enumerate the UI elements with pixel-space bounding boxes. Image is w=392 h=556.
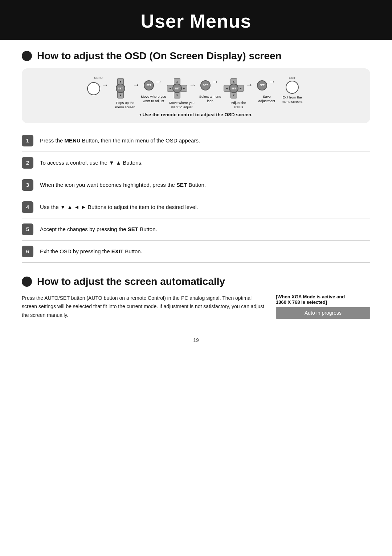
step-4-number: 4 bbox=[22, 201, 33, 213]
step-4: 4 Use the ▼ ▲ ◄ ► Buttons to adjust the … bbox=[22, 196, 370, 218]
section1-bullet bbox=[22, 51, 32, 61]
dpad2-label: Move where you want to adjust bbox=[169, 101, 195, 110]
step-3-text: When the icon you want becomes highlight… bbox=[40, 179, 206, 189]
set3-item: SET → Save adjustment bbox=[254, 76, 279, 104]
step-2-text: To access a control, use the ▼ ▲ Buttons… bbox=[40, 157, 143, 167]
menu-item: MENU → bbox=[87, 76, 110, 98]
main-content: How to adjust the OSD (On Screen Display… bbox=[0, 50, 392, 343]
dpad3: ▲ ▼ ◄ ► SET bbox=[223, 77, 245, 99]
dpad1-center: SET bbox=[116, 84, 125, 93]
step-2: 2 To access a control, use the ▼ ▲ Butto… bbox=[22, 152, 370, 174]
dpad3-label: Adjust the status bbox=[226, 101, 251, 110]
section2-body: Press the AUTO/SET button (AUTO button o… bbox=[22, 294, 265, 320]
menu-label: MENU bbox=[94, 76, 103, 80]
section1-title: How to adjust the OSD (On Screen Display… bbox=[37, 50, 282, 62]
dpad1: ▲ ▼ SET bbox=[110, 77, 131, 99]
arrow2: → bbox=[132, 81, 140, 96]
step-1-number: 1 bbox=[22, 135, 33, 146]
menu-button bbox=[87, 82, 100, 95]
set3-button: SET bbox=[257, 80, 267, 90]
step-6: 6 Exit the OSD by pressing the EXIT Butt… bbox=[22, 241, 370, 263]
section2-heading: How to adjust the screen automatically bbox=[22, 276, 370, 287]
exit-label: Exit from the menu screen. bbox=[279, 95, 305, 104]
step-6-number: 6 bbox=[22, 246, 33, 257]
steps-list: 1 Press the MENU Button, then the main m… bbox=[22, 130, 370, 263]
step-5: 5 Accept the changes by pressing the SET… bbox=[22, 218, 370, 241]
step-1-text: Press the MENU Button, then the main men… bbox=[40, 135, 200, 145]
dpad2-item: ▲ ▼ ◄ ► SET → Move where you want to adj… bbox=[166, 76, 197, 110]
step-5-number: 5 bbox=[22, 223, 33, 235]
section2-bullet bbox=[22, 277, 32, 287]
page-title-bar: User Menus bbox=[0, 0, 392, 40]
arrow1: → bbox=[101, 81, 109, 96]
arrow7: → bbox=[268, 77, 275, 93]
arrow6: → bbox=[246, 81, 253, 96]
dpad1-label: Pops up the menu screen bbox=[113, 101, 138, 110]
dpad3-center: SET bbox=[229, 84, 238, 93]
dpad3-item: ▲ ▼ ◄ ► SET → Adjust the status bbox=[223, 76, 254, 110]
step-4-text: Use the ▼ ▲ ◄ ► Buttons to adjust the it… bbox=[40, 201, 198, 211]
osd-diagram: MENU → ▲ ▼ SET bbox=[22, 68, 370, 123]
auto-progress-box: Auto in progress bbox=[276, 307, 370, 319]
set1-item: SET → Move where you want to adjust bbox=[141, 76, 166, 104]
step-3-number: 3 bbox=[22, 179, 33, 191]
page-number: 19 bbox=[22, 337, 370, 343]
dpad2: ▲ ▼ ◄ ► SET bbox=[166, 77, 188, 99]
step-1: 1 Press the MENU Button, then the main m… bbox=[22, 130, 370, 152]
exit-item: EXIT Exit from the menu screen. bbox=[279, 76, 305, 104]
exit-button bbox=[286, 81, 299, 94]
diagram-controls-row: MENU → ▲ ▼ SET bbox=[30, 76, 362, 110]
diagram-note: • Use the remote control to adjust the O… bbox=[30, 112, 362, 117]
page-title: User Menus bbox=[0, 10, 392, 32]
step-6-text: Exit the OSD by pressing the EXIT Button… bbox=[40, 246, 142, 256]
step-3: 3 When the icon you want becomes highlig… bbox=[22, 174, 370, 196]
arrow3: → bbox=[155, 77, 162, 93]
set2-item: SET → Select a menu icon bbox=[197, 76, 223, 104]
dpad1-item: ▲ ▼ SET → Pops up the menu screen bbox=[110, 76, 141, 110]
set1-label: Move where you want to adjust bbox=[141, 94, 166, 104]
step-2-number: 2 bbox=[22, 157, 33, 169]
step-5-text: Accept the changes by pressing the SET B… bbox=[40, 223, 157, 234]
set3-label: Save adjustment bbox=[254, 94, 279, 104]
xga-label: [When XGA Mode is active and1360 X 768 i… bbox=[276, 294, 370, 305]
section1-heading: How to adjust the OSD (On Screen Display… bbox=[22, 50, 370, 62]
arrow4: → bbox=[189, 81, 196, 96]
set2-button: SET bbox=[200, 80, 211, 90]
section2-title: How to adjust the screen automatically bbox=[37, 276, 225, 287]
arrow5: → bbox=[212, 77, 219, 93]
section2-panel: [When XGA Mode is active and1360 X 768 i… bbox=[276, 294, 370, 319]
section2-content: Press the AUTO/SET button (AUTO button o… bbox=[22, 294, 370, 320]
set1-button: SET bbox=[144, 80, 154, 90]
exit-label-top: EXIT bbox=[289, 76, 295, 80]
dpad2-center: SET bbox=[172, 84, 182, 93]
set2-label: Select a menu icon bbox=[197, 94, 223, 104]
